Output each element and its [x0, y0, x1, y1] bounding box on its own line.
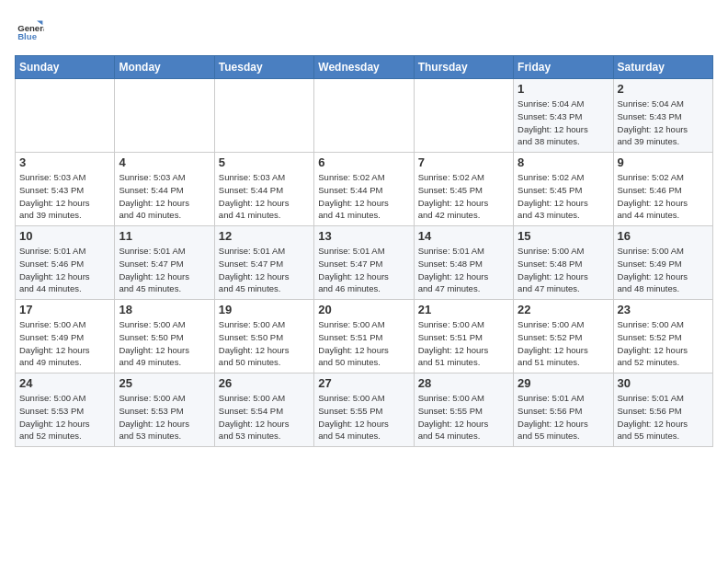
calendar-cell: 15Sunrise: 5:00 AM Sunset: 5:48 PM Dayli… — [514, 226, 613, 300]
calendar-body: 1Sunrise: 5:04 AM Sunset: 5:43 PM Daylig… — [16, 79, 713, 447]
day-number: 5 — [219, 155, 310, 169]
calendar-cell — [16, 79, 115, 153]
calendar-cell: 29Sunrise: 5:01 AM Sunset: 5:56 PM Dayli… — [514, 373, 613, 447]
calendar-cell: 30Sunrise: 5:01 AM Sunset: 5:56 PM Dayli… — [613, 373, 712, 447]
weekday-header-thursday: Thursday — [414, 56, 513, 79]
day-info: Sunrise: 5:00 AM Sunset: 5:52 PM Dayligh… — [518, 318, 609, 369]
day-number: 20 — [318, 303, 409, 316]
calendar-cell — [214, 79, 313, 153]
calendar-cell: 21Sunrise: 5:00 AM Sunset: 5:51 PM Dayli… — [414, 300, 513, 373]
day-info: Sunrise: 5:00 AM Sunset: 5:54 PM Dayligh… — [219, 392, 310, 442]
day-number: 8 — [518, 155, 609, 169]
day-number: 2 — [618, 82, 709, 96]
weekday-header-saturday: Saturday — [613, 56, 712, 79]
calendar-cell: 12Sunrise: 5:01 AM Sunset: 5:47 PM Dayli… — [214, 226, 313, 300]
day-number: 17 — [19, 303, 110, 316]
calendar-cell: 24Sunrise: 5:00 AM Sunset: 5:53 PM Dayli… — [16, 373, 115, 447]
page-header: General Blue — [15, 15, 713, 44]
calendar-header: SundayMondayTuesdayWednesdayThursdayFrid… — [16, 56, 713, 79]
day-info: Sunrise: 5:01 AM Sunset: 5:46 PM Dayligh… — [19, 245, 110, 295]
day-number: 16 — [618, 229, 709, 243]
day-info: Sunrise: 5:00 AM Sunset: 5:49 PM Dayligh… — [618, 245, 709, 295]
calendar-cell: 19Sunrise: 5:00 AM Sunset: 5:50 PM Dayli… — [214, 300, 313, 373]
calendar-cell: 17Sunrise: 5:00 AM Sunset: 5:49 PM Dayli… — [16, 300, 115, 373]
calendar-cell: 27Sunrise: 5:00 AM Sunset: 5:55 PM Dayli… — [314, 373, 414, 447]
day-number: 9 — [618, 155, 709, 169]
svg-text:Blue: Blue — [17, 31, 37, 41]
calendar-cell: 2Sunrise: 5:04 AM Sunset: 5:43 PM Daylig… — [613, 79, 712, 153]
day-number: 10 — [19, 229, 110, 243]
day-info: Sunrise: 5:03 AM Sunset: 5:43 PM Dayligh… — [19, 171, 110, 222]
calendar-cell: 13Sunrise: 5:01 AM Sunset: 5:47 PM Dayli… — [314, 226, 414, 300]
day-number: 21 — [418, 303, 509, 316]
day-info: Sunrise: 5:00 AM Sunset: 5:50 PM Dayligh… — [219, 318, 310, 369]
day-info: Sunrise: 5:00 AM Sunset: 5:51 PM Dayligh… — [318, 318, 409, 369]
day-info: Sunrise: 5:03 AM Sunset: 5:44 PM Dayligh… — [119, 171, 210, 222]
calendar-cell: 23Sunrise: 5:00 AM Sunset: 5:52 PM Dayli… — [613, 300, 712, 373]
calendar-cell: 4Sunrise: 5:03 AM Sunset: 5:44 PM Daylig… — [115, 153, 214, 226]
calendar-cell: 26Sunrise: 5:00 AM Sunset: 5:54 PM Dayli… — [214, 373, 313, 447]
day-info: Sunrise: 5:04 AM Sunset: 5:43 PM Dayligh… — [518, 98, 609, 148]
day-number: 18 — [119, 303, 210, 316]
logo: General Blue — [15, 15, 48, 44]
calendar-table: SundayMondayTuesdayWednesdayThursdayFrid… — [15, 55, 713, 447]
day-info: Sunrise: 5:00 AM Sunset: 5:53 PM Dayligh… — [19, 392, 110, 442]
weekday-header-tuesday: Tuesday — [214, 56, 313, 79]
day-number: 4 — [119, 155, 210, 169]
day-info: Sunrise: 5:02 AM Sunset: 5:44 PM Dayligh… — [318, 171, 409, 222]
calendar-cell: 10Sunrise: 5:01 AM Sunset: 5:46 PM Dayli… — [16, 226, 115, 300]
day-info: Sunrise: 5:01 AM Sunset: 5:56 PM Dayligh… — [518, 392, 609, 442]
calendar-week-5: 24Sunrise: 5:00 AM Sunset: 5:53 PM Dayli… — [16, 373, 713, 447]
day-info: Sunrise: 5:01 AM Sunset: 5:47 PM Dayligh… — [219, 245, 310, 295]
calendar-week-4: 17Sunrise: 5:00 AM Sunset: 5:49 PM Dayli… — [16, 300, 713, 373]
day-info: Sunrise: 5:01 AM Sunset: 5:47 PM Dayligh… — [318, 245, 409, 295]
day-info: Sunrise: 5:00 AM Sunset: 5:49 PM Dayligh… — [19, 318, 110, 369]
day-number: 24 — [19, 376, 110, 390]
day-info: Sunrise: 5:01 AM Sunset: 5:56 PM Dayligh… — [618, 392, 709, 442]
calendar-cell: 20Sunrise: 5:00 AM Sunset: 5:51 PM Dayli… — [314, 300, 414, 373]
day-info: Sunrise: 5:00 AM Sunset: 5:51 PM Dayligh… — [418, 318, 509, 369]
calendar-cell: 16Sunrise: 5:00 AM Sunset: 5:49 PM Dayli… — [613, 226, 712, 300]
day-number: 13 — [318, 229, 409, 243]
day-number: 6 — [318, 155, 409, 169]
day-number: 12 — [219, 229, 310, 243]
calendar-cell: 22Sunrise: 5:00 AM Sunset: 5:52 PM Dayli… — [514, 300, 613, 373]
day-number: 27 — [318, 376, 409, 390]
calendar-week-2: 3Sunrise: 5:03 AM Sunset: 5:43 PM Daylig… — [16, 153, 713, 226]
day-info: Sunrise: 5:01 AM Sunset: 5:48 PM Dayligh… — [418, 245, 509, 295]
day-number: 15 — [518, 229, 609, 243]
calendar-cell: 8Sunrise: 5:02 AM Sunset: 5:45 PM Daylig… — [514, 153, 613, 226]
day-number: 11 — [119, 229, 210, 243]
calendar-cell: 5Sunrise: 5:03 AM Sunset: 5:44 PM Daylig… — [214, 153, 313, 226]
calendar-cell: 28Sunrise: 5:00 AM Sunset: 5:55 PM Dayli… — [414, 373, 513, 447]
calendar-cell: 6Sunrise: 5:02 AM Sunset: 5:44 PM Daylig… — [314, 153, 414, 226]
day-info: Sunrise: 5:00 AM Sunset: 5:52 PM Dayligh… — [618, 318, 709, 369]
calendar-week-3: 10Sunrise: 5:01 AM Sunset: 5:46 PM Dayli… — [16, 226, 713, 300]
day-info: Sunrise: 5:01 AM Sunset: 5:47 PM Dayligh… — [119, 245, 210, 295]
day-info: Sunrise: 5:02 AM Sunset: 5:46 PM Dayligh… — [618, 171, 709, 222]
calendar-cell — [414, 79, 513, 153]
day-info: Sunrise: 5:00 AM Sunset: 5:48 PM Dayligh… — [518, 245, 609, 295]
day-number: 29 — [518, 376, 609, 390]
day-info: Sunrise: 5:00 AM Sunset: 5:50 PM Dayligh… — [119, 318, 210, 369]
calendar-cell: 3Sunrise: 5:03 AM Sunset: 5:43 PM Daylig… — [16, 153, 115, 226]
calendar-cell: 14Sunrise: 5:01 AM Sunset: 5:48 PM Dayli… — [414, 226, 513, 300]
day-number: 25 — [119, 376, 210, 390]
day-number: 14 — [418, 229, 509, 243]
day-number: 7 — [418, 155, 509, 169]
calendar-cell — [314, 79, 414, 153]
calendar-cell: 11Sunrise: 5:01 AM Sunset: 5:47 PM Dayli… — [115, 226, 214, 300]
calendar-cell: 18Sunrise: 5:00 AM Sunset: 5:50 PM Dayli… — [115, 300, 214, 373]
day-info: Sunrise: 5:00 AM Sunset: 5:55 PM Dayligh… — [318, 392, 409, 442]
calendar-cell — [115, 79, 214, 153]
day-number: 3 — [19, 155, 110, 169]
day-info: Sunrise: 5:02 AM Sunset: 5:45 PM Dayligh… — [418, 171, 509, 222]
day-info: Sunrise: 5:02 AM Sunset: 5:45 PM Dayligh… — [518, 171, 609, 222]
day-info: Sunrise: 5:03 AM Sunset: 5:44 PM Dayligh… — [219, 171, 310, 222]
calendar-cell: 25Sunrise: 5:00 AM Sunset: 5:53 PM Dayli… — [115, 373, 214, 447]
weekday-header-friday: Friday — [514, 56, 613, 79]
day-number: 28 — [418, 376, 509, 390]
calendar-cell: 9Sunrise: 5:02 AM Sunset: 5:46 PM Daylig… — [613, 153, 712, 226]
weekday-header-sunday: Sunday — [16, 56, 115, 79]
calendar-cell: 1Sunrise: 5:04 AM Sunset: 5:43 PM Daylig… — [514, 79, 613, 153]
